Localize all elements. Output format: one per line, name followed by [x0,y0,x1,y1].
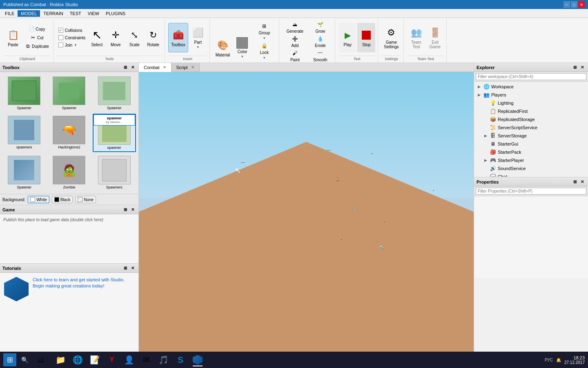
cut-button[interactable]: ✂ Cut [23,34,51,42]
taskbar-media[interactable]: 🎵 [155,352,172,367]
paint-terrain-button[interactable]: 🖌 Paint [283,49,307,63]
generate-button[interactable]: ⛰ Generate [283,20,307,34]
properties-close-button[interactable]: ✕ [579,179,586,185]
rotate-button[interactable]: ↻ Rotate [144,23,162,52]
constraints-checkbox [58,35,63,40]
move-button[interactable]: ✛ Move [107,23,125,52]
starter-pack-label: StarterPack [498,150,521,155]
toolbox-pin-button[interactable]: ⊞ [122,64,129,71]
start-button[interactable]: ⊞ [3,353,16,366]
toolbox-item[interactable]: Spawners [93,154,136,191]
viewport-canvas[interactable]: ↖ — — • 🏃 • • 🔧 • 🔩 [139,72,474,352]
scale-button[interactable]: ⤡ Scale [125,23,143,52]
material-button[interactable]: 🎨 Material [213,33,233,63]
tree-item-players[interactable]: ▶ 👥 Players [474,91,588,99]
team-test-button[interactable]: 👥 Team Test [407,23,425,52]
menu-file[interactable]: FILE [2,10,18,17]
toolbox-item-selected[interactable]: spawner spawner by blacko... [93,114,136,152]
toolbox-item[interactable]: 🔫 Hackingtons2 [47,114,91,152]
tab-script-close[interactable]: ✕ [191,65,194,70]
search-button[interactable]: 🔍 [18,353,31,366]
tree-item-chat[interactable]: 💬 Chat [474,173,588,177]
person-icon: 👤 [124,355,134,365]
game-pin-button[interactable]: ⊞ [122,206,129,213]
smooth-button[interactable]: 〰 Smooth [308,49,332,63]
taskbar-file-explorer[interactable]: 📁 [52,352,69,367]
minimize-button[interactable]: ─ [564,1,570,8]
menu-terrain[interactable]: TERRAIN [40,10,66,17]
explorer-close-button[interactable]: ✕ [579,64,586,71]
game-settings-button[interactable]: ⚙ Game Settings [381,23,401,52]
taskbar-task-view[interactable]: 🗂 [33,352,49,367]
taskbar-edge[interactable]: 🌐 [69,352,86,367]
part-button[interactable]: ⬜ Part ▼ [189,23,207,52]
explorer-search-input[interactable] [476,73,586,80]
tutorials-header: Tutorials ⊞ ✕ [0,264,138,273]
tree-item-starter-pack[interactable]: 🎒 StarterPack [474,148,588,156]
taskbar-notepad[interactable]: 📝 [87,352,103,367]
bg-none-button[interactable]: None [75,196,96,203]
select-button[interactable]: ↖ Select [88,23,106,52]
game-close-button[interactable]: ✕ [129,206,136,213]
toolbox-item[interactable]: Spawner [93,74,136,112]
tree-item-server-storage[interactable]: ▶ 🗄 ServerStorage [474,132,588,140]
toolbox-close-button[interactable]: ✕ [129,64,136,71]
properties-pin-button[interactable]: ⊞ [572,179,578,185]
copy-button[interactable]: 📄 Copy [23,25,51,33]
taskbar-person[interactable]: 👤 [121,352,137,367]
tree-item-starter-gui[interactable]: 🖥 StarterGui [474,140,588,148]
toolbox-item[interactable]: Spawner [2,74,46,112]
paste-button[interactable]: 📋 Paste [4,23,22,52]
edit-group: 🎨 Material Color ▼ ⊞ Group ▼ 🔒 Lock ▼ [211,19,280,63]
tree-item-server-script-service[interactable]: 📜 ServerScriptService [474,123,588,132]
color-button[interactable]: Color ▼ [233,33,251,63]
taskbar-skype[interactable]: S [172,352,189,367]
tutorials-content[interactable]: Click here to learn and get started with… [0,273,138,352]
grow-button[interactable]: 🌱 Grow [308,20,332,34]
duplicate-button[interactable]: ⧉ Duplicate [23,42,51,50]
tutorials-close-button[interactable]: ✕ [129,265,136,272]
toolbox-item[interactable]: spawners [2,114,46,152]
menu-model[interactable]: MODEL [18,10,40,17]
toolbox-item[interactable]: Spawner [2,154,46,191]
tree-item-replicated-storage[interactable]: 📦 ReplicatedStorage [474,115,588,123]
tab-combat-close[interactable]: ✕ [163,65,166,70]
tree-item-workspace[interactable]: ▶ 🌐 Workspace [474,83,588,91]
tree-item-sound-service[interactable]: 🔊 SoundService [474,164,588,173]
join-check[interactable]: Join ▼ [57,42,87,48]
tab-script[interactable]: Script ✕ [172,63,200,72]
game-content[interactable]: Publish this place to load game data (do… [0,214,138,263]
menu-plugins[interactable]: PLUGINS [102,10,129,17]
tree-item-lighting[interactable]: 💡 Lighting [474,99,588,107]
properties-search-input[interactable] [476,188,586,195]
tree-item-starter-player[interactable]: ▶ 🎮 StarterPlayer [474,156,588,164]
exit-game-button[interactable]: 🚪 Exit Game [426,23,444,52]
taskbar-roblox-studio[interactable] [189,352,206,367]
toolbox-item[interactable]: Spawner [47,74,91,112]
cut-icon: ✂ [30,34,36,41]
toolbox-item[interactable]: 🧟 Zombie [47,154,91,191]
taskbar-mail[interactable]: ✉ [138,352,154,367]
tab-combat[interactable]: Combat ✕ [139,63,172,72]
add-terrain-button[interactable]: ➕ Add [283,35,307,49]
taskbar-yandex[interactable]: Y [104,352,120,367]
play-button[interactable]: ▶ Play [339,23,356,52]
constraints-check[interactable]: Constraints [57,34,87,41]
lock-button[interactable]: 🔒 Lock ▼ [252,42,276,61]
menu-view[interactable]: VIEW [85,10,102,17]
explorer-pin-button[interactable]: ⊞ [572,64,578,71]
menu-test[interactable]: TEST [67,10,85,17]
tutorials-pin-button[interactable]: ⊞ [122,265,129,272]
bg-black-button[interactable]: Black [52,196,73,203]
toolbox-thumb [8,156,40,184]
tree-item-replicated-first[interactable]: 📋 ReplicatedFirst [474,107,588,115]
viewport[interactable]: Combat ✕ Script ✕ ↖ — — • 🏃 • • 🔧 • 🔩 [139,63,474,352]
bg-white-button[interactable]: White [28,196,49,203]
maximize-button[interactable]: □ [571,1,577,8]
group-button[interactable]: ⊞ Group ▼ [252,22,276,41]
collisions-check[interactable]: ✓ Collisions [57,27,87,34]
close-button[interactable]: ✕ [578,1,585,8]
stop-button[interactable]: Stop [357,23,375,52]
toolbox-button[interactable]: 🧰 Toolbox [168,23,188,52]
erode-button[interactable]: 💧 Erode [308,35,332,49]
